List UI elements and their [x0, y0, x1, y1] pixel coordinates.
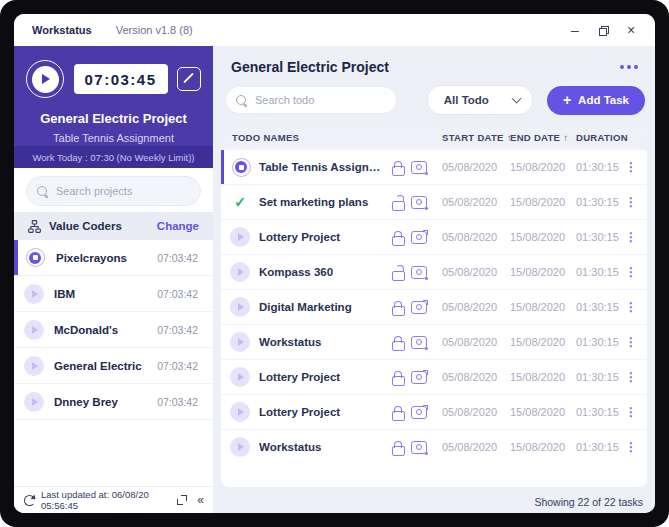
table-row[interactable]: ✓ Lottery Project 05/08/2020 15/08/2020 …: [221, 395, 647, 430]
lock-icon[interactable]: [392, 341, 405, 351]
task-stop-icon[interactable]: ✓: [232, 158, 251, 177]
project-row[interactable]: ✓ Dnney Brey 07:03:42: [14, 384, 213, 420]
todo-table: TODO NAMES START DATE↑ END DATE↑ DURATIO…: [221, 124, 647, 487]
table-row[interactable]: ✓ Workstatus 05/08/2020 15/08/2020 01:30…: [221, 325, 647, 360]
row-menu-icon[interactable]: ⋮: [621, 265, 641, 279]
table-row[interactable]: ✓ Set marketing plans 05/08/2020 15/08/2…: [221, 185, 647, 220]
lock-icon[interactable]: [392, 446, 405, 456]
todo-search-input[interactable]: [253, 93, 386, 107]
table-row[interactable]: ✓ Kompass 360 05/08/2020 15/08/2020 01:3…: [221, 255, 647, 290]
task-name: Lottery Project: [250, 371, 388, 383]
project-row[interactable]: ✓ Pixelcrayons 07:03:42: [14, 240, 213, 276]
duration: 01:30:15: [574, 371, 621, 383]
project-stop-icon[interactable]: ✓: [26, 248, 45, 267]
active-task-title: Table Tennis Assignment: [26, 132, 201, 144]
lock-icon[interactable]: [392, 376, 405, 386]
expand-icon[interactable]: [177, 495, 187, 505]
lock-icon[interactable]: [392, 306, 405, 316]
add-task-button[interactable]: + Add Task: [547, 86, 645, 115]
organization-icon: [28, 220, 41, 233]
screenshot-icon[interactable]: [411, 441, 427, 454]
task-play-icon[interactable]: ✓: [230, 367, 250, 387]
screenshot-icon[interactable]: [411, 266, 427, 279]
row-menu-icon[interactable]: ⋮: [621, 405, 641, 419]
task-name: Kompass 360: [250, 266, 388, 278]
task-play-icon[interactable]: ✓: [230, 227, 250, 247]
table-row[interactable]: ✓ Workstatus 05/08/2020 15/08/2020 01:30…: [221, 430, 647, 464]
column-end-date[interactable]: END DATE↑: [509, 132, 574, 143]
project-time: 07:03:42: [157, 288, 198, 300]
row-menu-icon[interactable]: ⋮: [621, 300, 641, 314]
table-header: TODO NAMES START DATE↑ END DATE↑ DURATIO…: [221, 124, 647, 150]
check-icon: ✓: [234, 194, 246, 210]
project-name: McDonald's: [54, 324, 157, 336]
project-play-icon[interactable]: ✓: [24, 356, 44, 376]
column-todo-names: TODO NAMES: [230, 132, 388, 143]
maximize-button[interactable]: [589, 17, 617, 43]
lock-icon[interactable]: [392, 411, 405, 421]
screenshot-icon[interactable]: [411, 336, 427, 349]
collapse-sidebar-icon[interactable]: «: [197, 493, 203, 507]
lock-icon[interactable]: [392, 236, 405, 246]
desktop-background: Workstatus Version v1.8 (8) – × 07:03:45…: [0, 0, 669, 527]
sidebar: 07:03:45 General Electric Project Table …: [14, 46, 213, 513]
screenshot-icon[interactable]: [411, 406, 427, 419]
row-menu-icon[interactable]: ⋮: [621, 335, 641, 349]
project-play-icon[interactable]: ✓: [24, 392, 44, 412]
end-date: 15/08/2020: [509, 336, 574, 348]
screenshot-icon[interactable]: [411, 196, 427, 209]
table-row[interactable]: ✓ Table Tennis Assignment 05/08/2020 15/…: [221, 150, 647, 185]
refresh-icon[interactable]: [24, 495, 35, 506]
project-row[interactable]: ✓ IBM 07:03:42: [14, 276, 213, 312]
table-row[interactable]: ✓ Lottery Project 05/08/2020 15/08/2020 …: [221, 360, 647, 395]
row-menu-icon[interactable]: ⋮: [621, 440, 641, 454]
project-play-icon[interactable]: ✓: [24, 320, 44, 340]
project-row[interactable]: ✓ General Electric 07:03:42: [14, 348, 213, 384]
screenshot-icon[interactable]: [411, 301, 427, 314]
unlock-icon[interactable]: [392, 271, 405, 281]
project-row[interactable]: ✓ McDonald's 07:03:42: [14, 312, 213, 348]
end-date: 15/08/2020: [509, 441, 574, 453]
row-menu-icon[interactable]: ⋮: [621, 370, 641, 384]
start-date: 05/08/2020: [430, 161, 509, 173]
row-menu-icon[interactable]: ⋮: [621, 230, 641, 244]
row-menu-icon[interactable]: ⋮: [621, 195, 641, 209]
end-date: 15/08/2020: [509, 301, 574, 313]
screenshot-icon[interactable]: [411, 231, 427, 244]
duration: 01:30:15: [574, 336, 621, 348]
project-play-icon[interactable]: ✓: [24, 284, 44, 304]
end-date: 15/08/2020: [509, 161, 574, 173]
duration: 01:30:15: [574, 266, 621, 278]
minimize-button[interactable]: –: [561, 17, 589, 43]
project-search[interactable]: [26, 176, 201, 206]
project-time: 07:03:42: [157, 324, 198, 336]
project-list: ✓ Pixelcrayons 07:03:42 ✓ IBM 07:03:42 ✓…: [14, 240, 213, 420]
duration: 01:30:15: [574, 231, 621, 243]
minimize-icon: –: [571, 25, 579, 35]
task-play-icon[interactable]: ✓: [230, 262, 250, 282]
project-search-input[interactable]: [54, 184, 190, 198]
table-row[interactable]: ✓ Lottery Project 05/08/2020 15/08/2020 …: [221, 220, 647, 255]
change-organization-link[interactable]: Change: [157, 220, 199, 232]
start-date: 05/08/2020: [430, 406, 509, 418]
column-start-date[interactable]: START DATE↑: [430, 132, 509, 143]
screenshot-icon[interactable]: [411, 161, 427, 174]
todo-search[interactable]: [225, 86, 397, 114]
screenshot-icon[interactable]: [411, 371, 427, 384]
task-play-icon[interactable]: ✓: [230, 402, 250, 422]
play-button[interactable]: [26, 60, 64, 98]
task-play-icon[interactable]: ✓: [230, 437, 250, 457]
close-button[interactable]: ×: [617, 17, 645, 43]
task-play-icon[interactable]: ✓: [230, 297, 250, 317]
tasks-count-text: Showing 22 of 22 tasks: [534, 496, 643, 508]
more-options-icon[interactable]: [627, 65, 631, 69]
row-menu-icon[interactable]: ⋮: [621, 160, 641, 174]
tracker-panel: 07:03:45 General Electric Project Table …: [14, 46, 213, 146]
lock-icon[interactable]: [392, 166, 405, 176]
table-row[interactable]: ✓ Digital Marketing 05/08/2020 15/08/202…: [221, 290, 647, 325]
unlock-icon[interactable]: [392, 201, 405, 211]
duration: 01:30:15: [574, 301, 621, 313]
todo-filter-dropdown[interactable]: All Todo: [427, 85, 533, 115]
edit-timer-icon[interactable]: [177, 67, 201, 91]
task-play-icon[interactable]: ✓: [230, 332, 250, 352]
